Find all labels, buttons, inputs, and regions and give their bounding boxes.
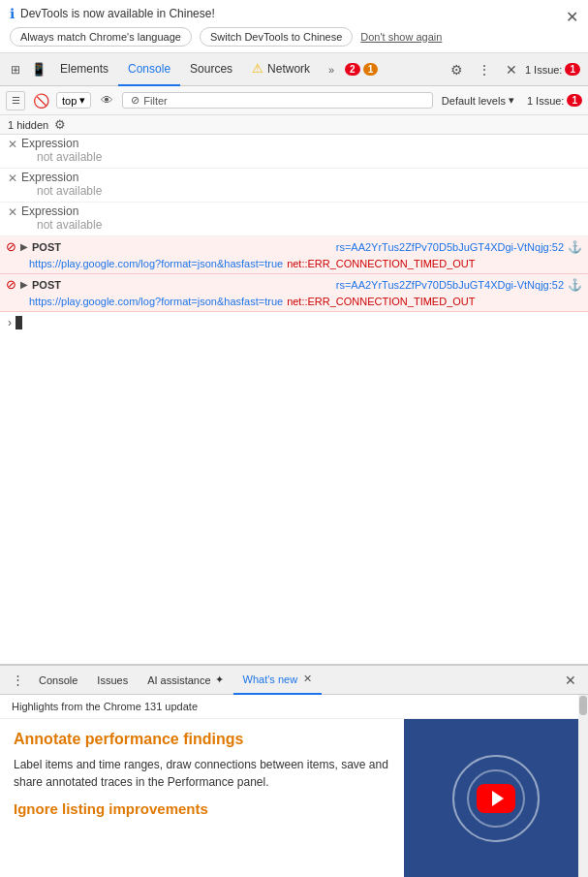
tab-network[interactable]: ⚠ Network [242,53,320,86]
warning-icon: ⚠ [252,61,263,76]
play-button-icon[interactable] [477,784,515,813]
default-levels-button[interactable]: Default levels ▾ [437,92,519,109]
elements-panel-icon[interactable]: ⊞ [4,58,27,81]
console-content: ✕ Expression not available ✕ Expression … [0,135,588,621]
tab-whats-new[interactable]: What's new ✕ [233,666,323,695]
article-1-body: Label items and time ranges, draw connec… [14,756,390,791]
context-selector[interactable]: top ▾ [56,92,91,109]
error-circle-icon-2: ⊘ [6,277,16,292]
filter-button[interactable]: ⊘ Filter [122,92,433,109]
always-match-button[interactable]: Always match Chrome's language [10,27,192,47]
main-content-area: Annotate performance findings Label item… [0,719,588,877]
error-row-1-header: ⊘ ▶ POST rs=AA2YrTus2ZfPv70D5bJuGT4XDgi-… [0,236,588,257]
close-devtools-icon[interactable]: ✕ [500,58,523,81]
highlights-bar: Highlights from the Chrome 131 update [0,695,588,719]
ai-icon: ✦ [215,673,224,686]
gear-icon[interactable]: ⚙ [54,117,66,132]
tab-sources[interactable]: Sources [180,53,242,86]
post-method-label-2: POST [32,279,61,291]
remove-expression-1-button[interactable]: ✕ [8,138,17,151]
error-row-2-header: ⊘ ▶ POST rs=AA2YrTus2ZfPv70D5bJuGT4XDgi-… [0,274,588,295]
sidebar-toggle-button[interactable]: ☰ [6,91,25,110]
expand-error-2-button[interactable]: ▶ [20,279,28,290]
expression-value-3: not available [21,218,102,234]
clear-console-icon[interactable]: 🚫 [29,89,52,112]
request-id-link-1[interactable]: rs=AA2YrTus2ZfPv70D5bJuGT4XDgi-VtNqjg:52 [336,241,564,253]
error-url-line-1: https://play.google.com/log?format=json&… [0,257,588,273]
close-whats-new-button[interactable]: ✕ [303,673,312,685]
hidden-messages-row: 1 hidden ⚙ [0,115,588,135]
context-label: top [62,95,77,107]
notification-buttons: Always match Chrome's language Switch De… [10,27,578,47]
notification-text: DevTools is now available in Chinese! [20,7,215,20]
tab-console-bottom[interactable]: Console [29,666,87,695]
tab-elements[interactable]: Elements [50,53,118,86]
scrollbar-thumb[interactable] [579,696,587,715]
chevron-down-levels-icon: ▾ [509,94,514,107]
error-circle-icon-1: ⊘ [6,239,16,254]
play-triangle [492,791,504,806]
expression-row-1: ✕ Expression not available [0,135,588,169]
device-toolbar-icon[interactable]: 📱 [27,58,50,81]
info-icon: ℹ [10,6,15,21]
console-toolbar: ☰ 🚫 top ▾ 👁 ⊘ Filter Default levels ▾ 1 … [0,86,588,115]
expression-value-1: not available [21,150,102,166]
remove-expression-3-button[interactable]: ✕ [8,205,17,219]
toolbar-right: ⚙ ⋮ ✕ [446,58,523,81]
expression-label-3: Expression [21,204,102,218]
error-row-1: ⊘ ▶ POST rs=AA2YrTus2ZfPv70D5bJuGT4XDgi-… [0,236,588,274]
video-thumbnail[interactable] [404,719,588,877]
devtools-toolbar: ⊞ 📱 Elements Console Sources ⚠ Network »… [0,53,588,86]
expression-row-3: ✕ Expression not available [0,203,588,236]
expand-error-1-button[interactable]: ▶ [20,241,28,252]
eye-icon[interactable]: 👁 [95,89,118,112]
error-msg-1: net::ERR_CONNECTION_TIMED_OUT [287,258,475,269]
filter-funnel-icon: ⊘ [131,94,139,107]
anchor-icon-2[interactable]: ⚓ [568,278,582,292]
expression-row-2: ✕ Expression not available [0,169,588,203]
more-tabs-button[interactable]: » [320,58,343,81]
expression-label-2: Expression [21,171,102,184]
tab-issues[interactable]: Issues [87,666,138,695]
levels-label: Default levels [442,95,506,107]
error-url-line-2: https://play.google.com/log?format=json&… [0,295,588,311]
remove-expression-2-button[interactable]: ✕ [8,172,17,185]
article-2-title: Ignore listing improvements [14,800,390,817]
prompt-chevron-icon: › [8,316,12,329]
tab-ai-assistance[interactable]: AI assistance ✦ [138,666,232,695]
filter-label: Filter [143,95,167,107]
bottom-panel: ⋮ Console Issues AI assistance ✦ What's … [0,664,588,877]
dont-show-button[interactable]: Don't show again [360,31,442,43]
error-url-2[interactable]: https://play.google.com/log?format=json&… [29,296,283,307]
expression-value-2: not available [21,184,102,200]
article-area: Annotate performance findings Label item… [0,719,404,877]
prompt-line[interactable]: › [0,312,588,333]
close-notification-button[interactable]: ✕ [566,8,578,26]
prompt-cursor [15,316,22,329]
more-options-icon[interactable]: ⋮ [473,58,496,81]
expression-label-1: Expression [21,137,102,150]
bottom-panel-tabs: ⋮ Console Issues AI assistance ✦ What's … [0,666,588,695]
highlights-label: Highlights from the Chrome 131 update [12,701,198,712]
bottom-panel-menu-icon[interactable]: ⋮ [6,669,29,692]
switch-devtools-button[interactable]: Switch DevTools to Chinese [200,27,353,47]
article-1-title: Annotate performance findings [14,731,390,748]
tab-console[interactable]: Console [118,53,180,86]
anchor-icon-1[interactable]: ⚓ [568,240,582,254]
hidden-count-label: 1 hidden [8,119,48,131]
error-msg-2: net::ERR_CONNECTION_TIMED_OUT [287,296,475,307]
request-id-link-2[interactable]: rs=AA2YrTus2ZfPv70D5bJuGT4XDgi-VtNqjg:52 [336,279,564,291]
scrollbar-track[interactable] [578,695,588,877]
issue-badge: 1 Issue: 1 [525,63,580,76]
issue-count-badge: 1 [565,63,580,76]
issue-count-label: 1 Issue: 1 [527,94,582,107]
error-row-2: ⊘ ▶ POST rs=AA2YrTus2ZfPv70D5bJuGT4XDgi-… [0,274,588,312]
close-bottom-panel-button[interactable]: ✕ [559,669,582,692]
post-method-label-1: POST [32,241,61,253]
whats-new-content: Highlights from the Chrome 131 update An… [0,695,588,877]
settings-icon[interactable]: ⚙ [446,58,469,81]
notification-bar: ℹ DevTools is now available in Chinese! … [0,0,588,53]
warning-count-badge: 1 [363,63,379,76]
error-url-1[interactable]: https://play.google.com/log?format=json&… [29,258,283,269]
notification-title: ℹ DevTools is now available in Chinese! [10,6,578,21]
